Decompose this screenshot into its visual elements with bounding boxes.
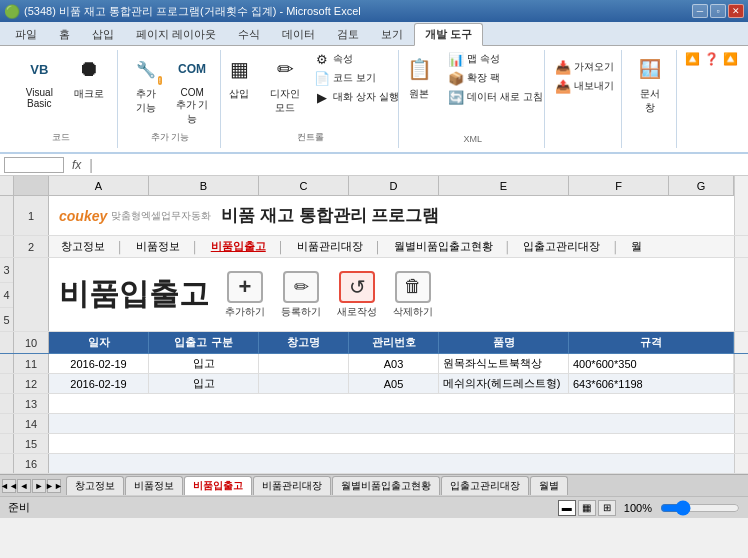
tab-insert[interactable]: 삽입 [81, 23, 125, 45]
add-button[interactable]: + 추가하기 [225, 271, 265, 319]
ribbon-minimize-button[interactable]: 🔼 [723, 52, 738, 66]
cell-12-name[interactable]: 메쉬의자(헤드레스트형) [439, 374, 569, 393]
zoom-slider[interactable] [660, 501, 740, 515]
tab-formulas[interactable]: 수식 [227, 23, 271, 45]
ribbon-tabs: 파일 홈 삽입 페이지 레이아웃 수식 데이터 검토 보기 개발 도구 [0, 22, 748, 46]
add-icon: + [227, 271, 263, 303]
view-pagebreak-button[interactable]: ⊞ [598, 500, 616, 516]
cell-12-spec[interactable]: 643*606*1198 [569, 374, 734, 393]
restore-button[interactable]: ▫ [710, 4, 726, 18]
cell-12-code[interactable]: A05 [349, 374, 439, 393]
design-mode-button[interactable]: ✏ 디자인모드 [264, 50, 306, 118]
register-button[interactable]: ✏ 등록하기 [281, 271, 321, 319]
question-button[interactable]: ❓ [704, 52, 719, 66]
sheet-nav-prev[interactable]: ◄ [17, 479, 31, 493]
cell-12-warehouse[interactable] [259, 374, 349, 393]
sheet-tab-비품입출고[interactable]: 비품입출고 [184, 476, 252, 495]
nav-창고정보[interactable]: 창고정보 [53, 239, 113, 254]
sheet-tab-월별비품입출고현황[interactable]: 월별비품입출고현황 [332, 476, 440, 495]
col-header-row: A B C D E F G [0, 176, 748, 196]
col-header-b[interactable]: B [149, 176, 259, 196]
name-box[interactable] [4, 157, 64, 173]
ribbon-group-addins: 🔧 ! 추가기능 COM COM추가 기능 추가 기능 [120, 50, 222, 148]
nav-월[interactable]: 월 [623, 239, 650, 254]
macro-button[interactable]: ⏺ 매크로 [69, 50, 109, 104]
view-layout-button[interactable]: ▦ [578, 500, 596, 516]
title-bar-buttons[interactable]: ─ ▫ ✕ [692, 4, 744, 18]
scrollbar-top[interactable] [734, 176, 748, 196]
map-props-button[interactable]: 📊 맵 속성 [444, 50, 547, 68]
import-button[interactable]: 📥 가져오기 [551, 58, 618, 76]
properties-button[interactable]: ⚙ 속성 [310, 50, 403, 68]
doc-window-button[interactable]: 🪟 문서창 [629, 50, 671, 118]
sheet-nav-next[interactable]: ► [32, 479, 46, 493]
sheet-nav-last[interactable]: ►► [47, 479, 61, 493]
nav-월별비품입출고현황[interactable]: 월별비품입출고현황 [386, 239, 501, 254]
sheet-tab-입출고관리대장[interactable]: 입출고관리대장 [441, 476, 529, 495]
col-header-g[interactable]: G [669, 176, 734, 196]
dialog-run-button[interactable]: ▶ 대화 상자 실행 [310, 88, 403, 106]
refresh-data-button[interactable]: 🔄 데이터 새로 고침 [444, 88, 547, 106]
nav-비품입출고[interactable]: 비품입출고 [203, 239, 274, 254]
row-16-cells[interactable] [49, 454, 734, 473]
cell-11-type[interactable]: 입고 [149, 354, 259, 373]
tab-home[interactable]: 홈 [48, 23, 81, 45]
export-button[interactable]: 📤 내보내기 [551, 77, 618, 95]
visual-basic-button[interactable]: VB Visual Basic [14, 50, 65, 112]
nav-입출고관리대장[interactable]: 입출고관리대장 [515, 239, 608, 254]
row-11[interactable]: 11 2016-02-19 입고 A03 원목좌식노트북책상 400*600*3… [0, 354, 748, 374]
cell-11-warehouse[interactable] [259, 354, 349, 373]
row-14-cells[interactable] [49, 414, 734, 433]
nav-비품정보[interactable]: 비품정보 [128, 239, 188, 254]
tab-page-layout[interactable]: 페이지 레이아웃 [125, 23, 227, 45]
new-icon: ↺ [339, 271, 375, 303]
col-header-a[interactable]: A [49, 176, 149, 196]
cell-12-date[interactable]: 2016-02-19 [49, 374, 149, 393]
view-code-icon: 📄 [314, 70, 330, 86]
row-num-15: 15 [14, 434, 49, 453]
cell-11-spec[interactable]: 400*600*350 [569, 354, 734, 373]
view-code-button[interactable]: 📄 코드 보기 [310, 69, 403, 87]
sheet-nav-first[interactable]: ◄◄ [2, 479, 16, 493]
col-header-d[interactable]: D [349, 176, 439, 196]
cell-11-code[interactable]: A03 [349, 354, 439, 373]
formula-input[interactable] [97, 159, 744, 171]
fx-button[interactable]: fx [68, 158, 85, 172]
view-normal-button[interactable]: ▬ [558, 500, 576, 516]
help-button[interactable]: 🔼 [685, 52, 700, 66]
row-num-16: 16 [14, 454, 49, 473]
insert-control-button[interactable]: ▦ 삽입 [218, 50, 260, 104]
com-addins-button[interactable]: COM COM추가 기능 [170, 50, 214, 129]
addins-button[interactable]: 🔧 ! 추가기능 [126, 50, 166, 118]
row-12[interactable]: 12 2016-02-19 입고 A05 메쉬의자(헤드레스트형) 643*60… [0, 374, 748, 394]
close-button[interactable]: ✕ [728, 4, 744, 18]
sheet-tab-창고정보[interactable]: 창고정보 [66, 476, 124, 495]
tab-developer[interactable]: 개발 도구 [414, 23, 483, 46]
cell-12-type[interactable]: 입고 [149, 374, 259, 393]
new-button[interactable]: ↺ 새로작성 [337, 271, 377, 319]
scrollbar-r12 [734, 374, 748, 393]
source-button[interactable]: 📋 원본 [398, 50, 440, 104]
row-num-14: 14 [14, 414, 49, 433]
row-15-cells[interactable] [49, 434, 734, 453]
tab-file[interactable]: 파일 [4, 23, 48, 45]
minimize-button[interactable]: ─ [692, 4, 708, 18]
row-13-cells[interactable] [49, 394, 734, 413]
nav-비품관리대장[interactable]: 비품관리대장 [289, 239, 371, 254]
sheet-tab-월별[interactable]: 월별 [530, 476, 568, 495]
sheet-tab-비품정보[interactable]: 비품정보 [125, 476, 183, 495]
col-header-e[interactable]: E [439, 176, 569, 196]
sheet-tab-비품관리대장[interactable]: 비품관리대장 [253, 476, 331, 495]
tab-review[interactable]: 검토 [326, 23, 370, 45]
scrollbar-r11 [734, 354, 748, 373]
ribbon-group-modify: 📥 가져오기 📤 내보내기 [547, 50, 622, 148]
tab-data[interactable]: 데이터 [271, 23, 326, 45]
delete-button[interactable]: 🗑 삭제하기 [393, 271, 433, 319]
col-header-c[interactable]: C [259, 176, 349, 196]
expand-pack-button[interactable]: 📦 확장 팩 [444, 69, 547, 87]
col-header-f[interactable]: F [569, 176, 669, 196]
cell-11-date[interactable]: 2016-02-19 [49, 354, 149, 373]
tab-view[interactable]: 보기 [370, 23, 414, 45]
cell-11-name[interactable]: 원목좌식노트북책상 [439, 354, 569, 373]
status-text: 준비 [8, 500, 30, 515]
